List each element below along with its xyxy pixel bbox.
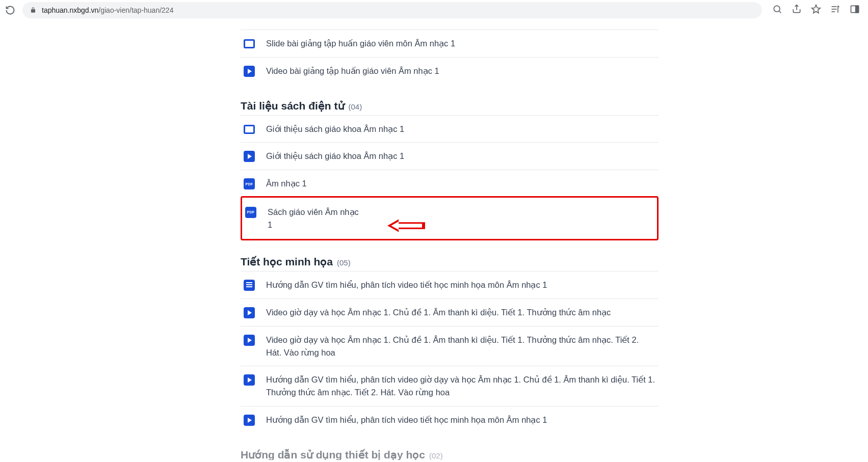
section-3-list: Hướng dẫn GV tìm hiểu, phân tích video t… [241,271,659,433]
item-label: Âm nhạc 1 [266,177,307,190]
item-label: Video giờ dạy và học Âm nhạc 1. Chủ đề 1… [266,306,611,319]
list-item[interactable]: Slide bài giảng tập huấn giáo viên môn Â… [241,30,659,57]
reload-button[interactable] [5,5,15,15]
section-count: (02) [429,451,443,460]
item-label: Hướng dẫn GV tìm hiểu, phân tích video t… [266,279,547,291]
slide-icon [244,124,255,135]
item-label: Slide bài giảng tập huấn giáo viên môn Â… [266,37,455,50]
svg-point-0 [774,6,780,12]
section-title: Tài liệu sách điện tử [241,100,345,112]
search-icon[interactable] [772,4,782,16]
list-item[interactable]: Video giờ dạy và học Âm nhạc 1. Chủ đề 1… [241,298,659,326]
item-label: Hướng dẫn GV tìm hiểu, phân tích video g… [266,373,655,399]
list-item[interactable]: Giới thiệu sách giáo khoa Âm nhạc 1 [241,115,659,143]
pdf-icon: PDF [245,207,256,218]
item-label: Giới thiệu sách giáo khoa Âm nhạc 1 [266,150,404,162]
item-label: Video giờ dạy và học Âm nhạc 1. Chủ đề 1… [266,334,655,359]
list-item[interactable]: Hướng dẫn GV tìm hiểu, phân tích video g… [241,366,659,406]
highlighted-item-box: PDF Sách giáo viên Âm nhạc 1 [241,196,659,241]
list-item[interactable]: Video giờ dạy và học Âm nhạc 1. Chủ đề 1… [241,326,659,366]
bookmark-star-icon[interactable] [811,4,821,16]
doc-icon [244,280,255,291]
slide-icon [244,38,255,49]
video-icon [244,151,255,162]
section-3-header: Tiết học minh họa (05) [241,256,659,268]
section-2-header: Tài liệu sách điện tử (04) [241,100,659,112]
reading-list-icon[interactable] [830,4,840,16]
address-bar[interactable]: taphuan.nxbgd.vn/giao-vien/tap-huan/224 [22,2,762,18]
svg-rect-8 [856,6,859,12]
browser-right-icons [769,4,863,16]
section-title: Tiết học minh họa [241,256,333,268]
lock-icon [30,7,37,14]
item-label: Video bài giảng tập huấn giáo viên Âm nh… [266,65,439,77]
video-icon [244,374,255,386]
annotation-arrow-icon [387,217,425,236]
main-content: Slide bài giảng tập huấn giáo viên môn Â… [241,20,659,460]
svg-line-1 [779,11,781,13]
video-icon [244,335,255,346]
sidepanel-icon[interactable] [850,4,860,16]
section-count: (04) [349,102,362,111]
list-item[interactable]: Video bài giảng tập huấn giáo viên Âm nh… [241,57,659,85]
video-icon [244,415,255,426]
svg-marker-3 [812,5,821,13]
list-item[interactable]: Giới thiệu sách giáo khoa Âm nhạc 1 [241,142,659,170]
item-label: Sách giáo viên Âm nhạc 1 [268,206,361,231]
section-2-list: Giới thiệu sách giáo khoa Âm nhạc 1 Giới… [241,115,659,241]
list-item[interactable]: Hướng dẫn GV tìm hiểu, phân tích video t… [241,271,659,298]
section-title: Hướng dẫn sử dụng thiết bị dạy học [241,449,425,460]
list-item[interactable]: PDF Sách giáo viên Âm nhạc 1 [242,199,364,238]
browser-toolbar: taphuan.nxbgd.vn/giao-vien/tap-huan/224 [0,0,868,20]
section-1-list: Slide bài giảng tập huấn giáo viên môn Â… [241,30,659,85]
item-label: Giới thiệu sách giáo khoa Âm nhạc 1 [266,123,404,135]
pdf-icon: PDF [244,178,255,189]
section-4-header: Hướng dẫn sử dụng thiết bị dạy học (02) [241,449,659,460]
video-icon [244,307,255,318]
video-icon [244,66,255,77]
list-item[interactable]: PDF Âm nhạc 1 [241,170,659,197]
share-icon[interactable] [792,4,802,16]
section-count: (05) [337,258,351,267]
item-label: Hướng dẫn GV tìm hiểu, phân tích video t… [266,414,547,426]
list-item[interactable]: Hướng dẫn GV tìm hiểu, phân tích video t… [241,406,659,433]
url-text: taphuan.nxbgd.vn/giao-vien/tap-huan/224 [42,6,173,14]
